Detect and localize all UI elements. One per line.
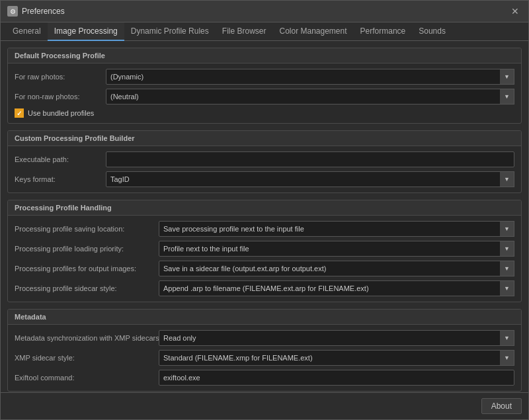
bundled-profiles-checkbox[interactable]: ✓ [15, 108, 24, 118]
row-non-raw-photos: For non-raw photos: (Neutral) ▼ [15, 89, 514, 105]
row-exiftool-command: Exiftool command: [15, 370, 514, 386]
about-button[interactable]: About [481, 398, 522, 414]
section-custom-profile-builder: Custom Processing Profile Builder Execut… [7, 130, 522, 193]
row-sidecar-style: Processing profile sidecar style: Append… [15, 280, 514, 296]
row-output-images: Processing profiles for output images: S… [15, 261, 514, 276]
row-raw-photos: For raw photos: (Dynamic) ▼ [15, 69, 514, 85]
keys-format-select-wrapper: TagID ▼ [106, 171, 514, 187]
titlebar: ⚙ Preferences ✕ [1, 1, 528, 22]
checkbox-checkmark: ✓ [17, 110, 22, 117]
section-default-profile-body: For raw photos: (Dynamic) ▼ For non-raw … [8, 63, 521, 123]
output-images-select[interactable]: Save in a sidecar file (output.ext.arp f… [159, 261, 514, 276]
row-saving-location: Processing profile saving location: Save… [15, 221, 514, 237]
sidecar-style-select[interactable]: Append .arp to filename (FILENAME.ext.ar… [159, 280, 514, 296]
tab-general[interactable]: General [6, 22, 48, 41]
keys-format-select[interactable]: TagID [106, 171, 514, 187]
row-bundled-profiles: ✓ Use bundled profiles [15, 108, 514, 118]
non-raw-photos-select-wrapper: (Neutral) ▼ [106, 89, 514, 105]
titlebar-left: ⚙ Preferences [7, 6, 65, 17]
row-executable-path: Executable path: [15, 151, 514, 167]
section-profile-handling-body: Processing profile saving location: Save… [8, 216, 521, 302]
xmp-sync-select[interactable]: Read only [159, 330, 514, 346]
loading-priority-select[interactable]: Profile next to the input file [159, 241, 514, 257]
raw-photos-label: For raw photos: [15, 73, 101, 81]
xmp-sync-label: Metadata synchronization with XMP sideca… [15, 334, 153, 342]
row-xmp-sync: Metadata synchronization with XMP sideca… [15, 330, 514, 346]
close-button[interactable]: ✕ [509, 5, 522, 18]
tab-image-processing[interactable]: Image Processing [48, 22, 124, 41]
exiftool-command-label: Exiftool command: [15, 374, 153, 382]
loading-priority-select-wrapper: Profile next to the input file ▼ [159, 241, 514, 257]
saving-location-select[interactable]: Save processing profile next to the inpu… [159, 221, 514, 237]
xmp-sidecar-style-label: XMP sidecar style: [15, 354, 153, 362]
loading-priority-label: Processing profile loading priority: [15, 245, 153, 253]
tab-color-management[interactable]: Color Management [272, 22, 353, 41]
section-metadata: Metadata Metadata synchronization with X… [7, 309, 522, 392]
content-area: Default Processing Profile For raw photo… [1, 41, 528, 392]
bundled-profiles-label: Use bundled profiles [28, 109, 94, 117]
section-default-processing-profile: Default Processing Profile For raw photo… [7, 48, 522, 124]
section-profile-handling-header: Processing Profile Handling [8, 200, 521, 216]
output-images-label: Processing profiles for output images: [15, 265, 153, 273]
executable-path-label: Executable path: [15, 155, 101, 163]
exiftool-command-input[interactable] [159, 370, 514, 386]
app-icon: ⚙ [7, 6, 18, 17]
section-default-profile-header: Default Processing Profile [8, 48, 521, 63]
row-keys-format: Keys format: TagID ▼ [15, 171, 514, 187]
section-custom-builder-header: Custom Processing Profile Builder [8, 131, 521, 146]
xmp-sidecar-style-select-wrapper: Standard (FILENAME.xmp for FILENAME.ext)… [159, 350, 514, 366]
saving-location-label: Processing profile saving location: [15, 225, 153, 233]
non-raw-photos-label: For non-raw photos: [15, 93, 101, 101]
sidecar-style-select-wrapper: Append .arp to filename (FILENAME.ext.ar… [159, 280, 514, 296]
section-custom-builder-body: Executable path: Keys format: TagID ▼ [8, 146, 521, 192]
xmp-sync-select-wrapper: Read only ▼ [159, 330, 514, 346]
keys-format-label: Keys format: [15, 175, 101, 183]
raw-photos-select-wrapper: (Dynamic) ▼ [106, 69, 514, 85]
tab-performance[interactable]: Performance [354, 22, 413, 41]
executable-path-input[interactable] [106, 151, 514, 167]
tab-sounds[interactable]: Sounds [412, 22, 452, 41]
section-profile-handling: Processing Profile Handling Processing p… [7, 200, 522, 302]
non-raw-photos-select[interactable]: (Neutral) [106, 89, 514, 105]
row-xmp-sidecar-style: XMP sidecar style: Standard (FILENAME.xm… [15, 350, 514, 366]
preferences-window: ⚙ Preferences ✕ General Image Processing… [0, 0, 529, 420]
row-loading-priority: Processing profile loading priority: Pro… [15, 241, 514, 257]
raw-photos-select[interactable]: (Dynamic) [106, 69, 514, 85]
footer: About [1, 392, 528, 419]
xmp-sidecar-style-select[interactable]: Standard (FILENAME.xmp for FILENAME.ext) [159, 350, 514, 366]
saving-location-select-wrapper: Save processing profile next to the inpu… [159, 221, 514, 237]
section-metadata-body: Metadata synchronization with XMP sideca… [8, 325, 521, 391]
window-title: Preferences [22, 7, 65, 16]
tab-bar: General Image Processing Dynamic Profile… [1, 22, 528, 41]
output-images-select-wrapper: Save in a sidecar file (output.ext.arp f… [159, 261, 514, 276]
tab-file-browser[interactable]: File Browser [216, 22, 273, 41]
section-metadata-header: Metadata [8, 310, 521, 325]
tab-dynamic-profile-rules[interactable]: Dynamic Profile Rules [124, 22, 216, 41]
sidecar-style-label: Processing profile sidecar style: [15, 284, 153, 292]
